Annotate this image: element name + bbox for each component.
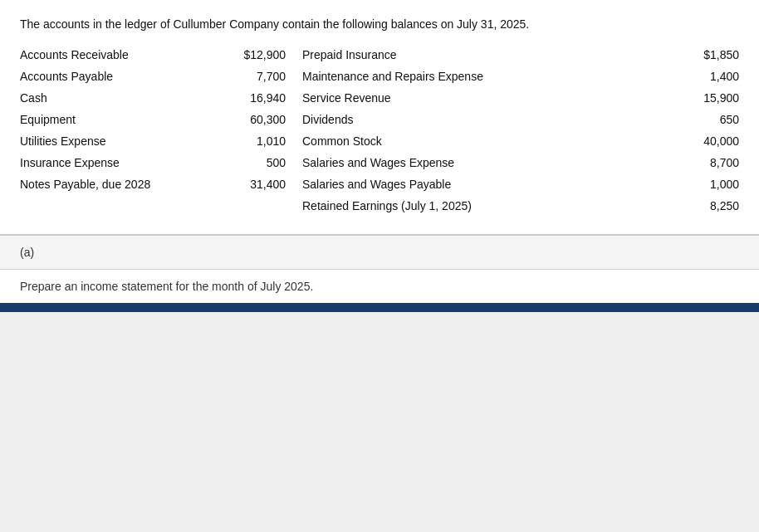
table-row: Maintenance and Repairs Expense1,400 [294,70,739,83]
part-label: (a) [20,246,34,259]
account-name: Retained Earnings (July 1, 2025) [294,199,681,212]
account-name: Accounts Receivable [20,48,228,61]
account-name: Maintenance and Repairs Expense [294,70,681,83]
right-accounts-section: Prepaid Insurance$1,850Maintenance and R… [294,48,739,221]
account-name: Service Revenue [294,91,681,105]
account-value: 60,300 [228,113,294,126]
table-row: Accounts Receivable$12,900 [20,48,294,61]
account-value: $1,850 [681,48,739,61]
table-row: Utilities Expense1,010 [20,134,294,148]
table-row: Equipment60,300 [20,113,294,126]
account-value: 16,940 [228,91,294,105]
instruction-text: Prepare an income statement for the mont… [20,280,313,293]
account-value: 15,900 [681,91,739,105]
account-name: Common Stock [294,134,681,148]
table-row: Salaries and Wages Expense8,700 [294,156,739,169]
table-row: Salaries and Wages Payable1,000 [294,178,739,191]
account-value: 40,000 [681,134,739,148]
account-value: 500 [228,156,294,169]
account-value: $12,900 [228,48,294,61]
account-name: Accounts Payable [20,70,228,83]
table-row: Prepaid Insurance$1,850 [294,48,739,61]
account-value: 1,000 [681,178,739,191]
account-value: 8,250 [681,199,739,212]
part-section: (a) [0,236,759,270]
account-name: Utilities Expense [20,134,228,148]
table-row: Retained Earnings (July 1, 2025)8,250 [294,199,739,212]
table-row: Dividends650 [294,113,739,126]
account-value: 1,010 [228,134,294,148]
bottom-bar [0,305,759,312]
account-value: 7,700 [228,70,294,83]
account-name: Prepaid Insurance [294,48,681,61]
table-row: Insurance Expense500 [20,156,294,169]
account-value: 31,400 [228,178,294,191]
account-name: Equipment [20,113,228,126]
header-text: The accounts in the ledger of Cullumber … [20,17,739,33]
account-value: 1,400 [681,70,739,83]
table-row: Accounts Payable7,700 [20,70,294,83]
account-name: Salaries and Wages Expense [294,156,681,169]
table-row: Cash16,940 [20,91,294,105]
accounts-table: Accounts Receivable$12,900Accounts Payab… [20,48,739,221]
account-name: Cash [20,91,228,105]
account-name: Insurance Expense [20,156,228,169]
table-row: Service Revenue15,900 [294,91,739,105]
account-value: 650 [681,113,739,126]
instruction-section: Prepare an income statement for the mont… [0,270,759,305]
account-name: Dividends [294,113,681,126]
account-name: Salaries and Wages Payable [294,178,681,191]
left-accounts-section: Accounts Receivable$12,900Accounts Payab… [20,48,294,221]
account-value: 8,700 [681,156,739,169]
account-name: Notes Payable, due 2028 [20,178,228,191]
main-content: The accounts in the ledger of Cullumber … [0,0,759,235]
table-row: Notes Payable, due 202831,400 [20,178,294,191]
table-row: Common Stock40,000 [294,134,739,148]
